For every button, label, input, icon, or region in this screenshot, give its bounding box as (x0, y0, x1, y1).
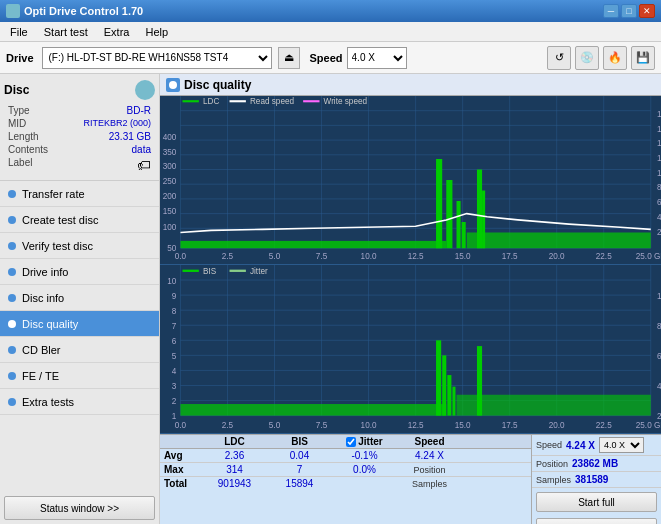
main-layout: Disc Type BD-R MID RITEKBR2 (000) Length… (0, 74, 661, 524)
svg-text:18X: 18X (657, 109, 661, 119)
close-button[interactable]: ✕ (639, 4, 655, 18)
svg-text:12.5: 12.5 (408, 420, 424, 431)
svg-rect-54 (457, 201, 461, 248)
chart-ldc: 50 100 150 200 250 300 350 400 18X 16X 1… (160, 96, 661, 265)
svg-rect-120 (182, 270, 198, 272)
stats-side: Speed 4.24 X 4.0 X Position 23862 MB Sam… (531, 435, 661, 524)
menu-start-test[interactable]: Start test (38, 25, 94, 39)
svg-text:8: 8 (172, 305, 177, 316)
disc-title: Disc (4, 83, 29, 97)
drive-select[interactable]: (F:) HL-DT-ST BD-RE WH16NS58 TST4 (42, 47, 272, 69)
disc-row-mid: MID RITEKBR2 (000) (8, 117, 151, 130)
svg-text:5.0: 5.0 (269, 420, 280, 431)
disc-quality-icon (166, 78, 180, 92)
svg-text:20.0: 20.0 (549, 420, 565, 431)
avg-label: Avg (164, 450, 202, 461)
svg-rect-57 (477, 170, 482, 249)
total-bis: 15894 (267, 478, 332, 489)
speed-select[interactable]: 4.0 X (347, 47, 407, 69)
save-button[interactable]: 💾 (631, 46, 655, 70)
title-bar-left: Opti Drive Control 1.70 (6, 4, 143, 18)
svg-rect-63 (303, 100, 319, 102)
burn-button[interactable]: 🔥 (603, 46, 627, 70)
svg-text:16X: 16X (657, 124, 661, 134)
svg-rect-58 (482, 191, 485, 249)
disc-quality-header: Disc quality (160, 74, 661, 96)
svg-text:BIS: BIS (203, 266, 216, 277)
svg-text:4: 4 (172, 365, 177, 376)
svg-text:17.5: 17.5 (502, 420, 518, 431)
toolbar: Drive (F:) HL-DT-ST BD-RE WH16NS58 TST4 … (0, 42, 661, 74)
svg-text:7.5: 7.5 (316, 251, 328, 261)
nav-drive-info[interactable]: Drive info (0, 259, 159, 285)
stats-row-total: Total 901943 15894 Samples (160, 477, 531, 490)
svg-text:12X: 12X (657, 153, 661, 163)
nav-cd-bler[interactable]: CD Bler (0, 337, 159, 363)
svg-text:0.0: 0.0 (175, 420, 186, 431)
stats-main: LDC BIS Jitter Speed Avg 2.36 0.04 (160, 435, 531, 524)
ldc-chart-svg: 50 100 150 200 250 300 350 400 18X 16X 1… (160, 96, 661, 264)
svg-text:350: 350 (163, 147, 177, 157)
svg-text:8%: 8% (657, 320, 661, 331)
maximize-button[interactable]: □ (621, 4, 637, 18)
max-jitter: 0.0% (332, 464, 397, 475)
start-full-button[interactable]: Start full (536, 492, 657, 512)
col-jitter-header: Jitter (332, 436, 397, 447)
svg-text:20.0: 20.0 (549, 251, 565, 261)
nav-create-test[interactable]: Create test disc (0, 207, 159, 233)
disc-row-length: Length 23.31 GB (8, 130, 151, 143)
avg-speed: 4.24 X (397, 450, 462, 461)
svg-rect-51 (180, 241, 446, 248)
side-position-row: Position 23862 MB (532, 456, 661, 472)
side-speed-value: 4.24 X (566, 440, 595, 451)
nav-fe-te[interactable]: FE / TE (0, 363, 159, 389)
disc-info: Type BD-R MID RITEKBR2 (000) Length 23.3… (4, 102, 155, 176)
start-part-button[interactable]: Start part (536, 518, 657, 524)
side-speed-row: Speed 4.24 X 4.0 X (532, 435, 661, 456)
svg-text:2: 2 (172, 396, 177, 407)
disc-row-type: Type BD-R (8, 104, 151, 117)
svg-point-0 (169, 81, 177, 89)
svg-text:6%: 6% (657, 350, 661, 361)
disc-button[interactable]: 💿 (575, 46, 599, 70)
nav-verify-test[interactable]: Verify test disc (0, 233, 159, 259)
svg-text:2.5: 2.5 (222, 251, 234, 261)
col-ldc: LDC (202, 436, 267, 447)
speed-target-select[interactable]: 4.0 X (599, 437, 644, 453)
menu-bar: File Start test Extra Help (0, 22, 661, 42)
svg-text:22.5: 22.5 (596, 420, 612, 431)
stats-row-max: Max 314 7 0.0% Position (160, 463, 531, 477)
svg-text:LDC: LDC (203, 96, 219, 106)
total-ldc: 901943 (202, 478, 267, 489)
nav-dot-verify (8, 242, 16, 250)
label-icon: 🏷 (137, 157, 151, 173)
nav-dot-disc-info (8, 294, 16, 302)
nav-disc-quality[interactable]: Disc quality (0, 311, 159, 337)
svg-text:3: 3 (172, 380, 177, 391)
avg-ldc: 2.36 (202, 450, 267, 461)
svg-rect-52 (436, 159, 442, 248)
svg-text:22.5: 22.5 (596, 251, 612, 261)
svg-text:5: 5 (172, 350, 177, 361)
title-bar: Opti Drive Control 1.70 ─ □ ✕ (0, 0, 661, 22)
svg-text:8X: 8X (657, 182, 661, 192)
nav-disc-info[interactable]: Disc info (0, 285, 159, 311)
svg-text:150: 150 (163, 205, 177, 215)
svg-text:250: 250 (163, 176, 177, 186)
nav-transfer-rate[interactable]: Transfer rate (0, 181, 159, 207)
right-panel: Disc quality (160, 74, 661, 524)
bis-chart-svg: 1 2 3 4 5 6 7 8 9 10 2% 4% 6% 8% 10% (160, 265, 661, 433)
status-window-button[interactable]: Status window >> (4, 496, 155, 520)
menu-extra[interactable]: Extra (98, 25, 136, 39)
svg-rect-115 (442, 355, 446, 415)
eject-button[interactable]: ⏏ (278, 47, 300, 69)
menu-help[interactable]: Help (139, 25, 174, 39)
refresh-button[interactable]: ↺ (547, 46, 571, 70)
minimize-button[interactable]: ─ (603, 4, 619, 18)
menu-file[interactable]: File (4, 25, 34, 39)
svg-text:Jitter: Jitter (250, 266, 268, 277)
app-title: Opti Drive Control 1.70 (24, 5, 143, 17)
jitter-checkbox[interactable] (346, 437, 356, 447)
svg-text:4X: 4X (657, 212, 661, 222)
nav-extra-tests[interactable]: Extra tests (0, 389, 159, 415)
